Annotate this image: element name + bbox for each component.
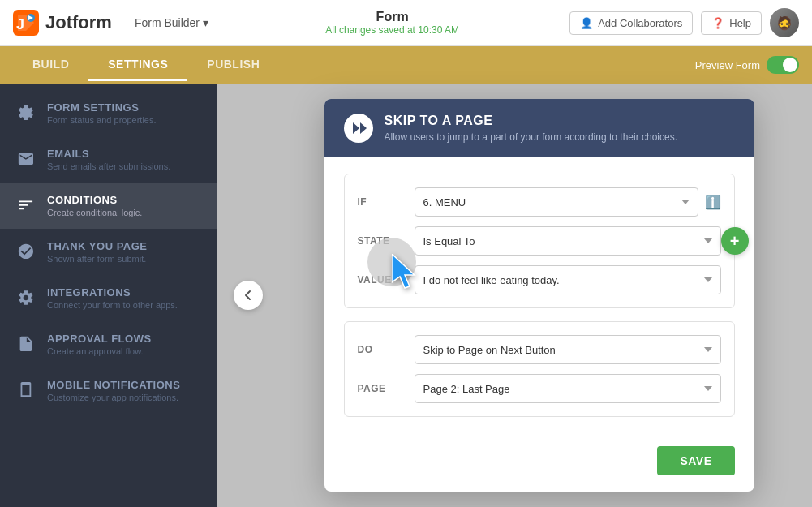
mobile-icon [16, 380, 34, 398]
sidebar-item-integrations-sub: Connect your form to other apps. [47, 300, 178, 310]
add-collaborators-button[interactable]: 👤 Add Collaborators [569, 11, 693, 35]
email-icon [16, 149, 34, 167]
do-select[interactable]: Skip to Page on Next Button [415, 335, 721, 364]
sidebar-item-approval-flows-sub: Create an approval flow. [47, 346, 152, 356]
modal-body: IF 6. MENU ℹ️ STATE Is Equal To [324, 157, 754, 446]
info-icon[interactable]: ℹ️ [705, 195, 721, 210]
form-builder-label: Form Builder [135, 16, 200, 29]
sidebar-item-integrations[interactable]: INTEGRATIONS Connect your form to other … [0, 275, 217, 321]
if-label: IF [358, 196, 415, 208]
sidebar-item-emails-sub: Send emails after submissions. [47, 161, 170, 171]
if-select[interactable]: 6. MENU [415, 187, 698, 217]
value-label: VALUE [358, 274, 415, 286]
sidebar-item-approval-flows-title: APPROVAL FLOWS [47, 333, 152, 345]
modal-header: SKIP TO A PAGE Allow users to jump to a … [324, 99, 754, 157]
conditions-icon [16, 195, 34, 213]
tab-publish[interactable]: PUBLISH [187, 49, 279, 81]
value-select[interactable]: I do not feel like eating today. [415, 265, 721, 294]
tab-build[interactable]: BUILD [13, 49, 88, 81]
sidebar-item-emails-title: EMAILS [47, 148, 170, 160]
avatar[interactable]: 🧔 [770, 8, 799, 37]
gear-icon [16, 103, 34, 121]
sidebar-item-integrations-title: INTEGRATIONS [47, 286, 178, 299]
sidebar-item-form-settings[interactable]: FORM SETTINGS Form status and properties… [0, 90, 217, 136]
sidebar-item-mobile-notifications[interactable]: MOBILE NOTIFICATIONS Customize your app … [0, 367, 217, 414]
modal-description: Allow users to jump to a part of your fo… [385, 131, 678, 143]
main-layout: FORM SETTINGS Form status and properties… [0, 84, 812, 507]
do-label: DO [358, 344, 415, 355]
preview-toggle[interactable] [767, 56, 799, 74]
header-center: Form All changes saved at 10:30 AM [225, 10, 560, 36]
page-label: PAGE [358, 383, 415, 394]
modal: SKIP TO A PAGE Allow users to jump to a … [324, 99, 754, 492]
skip-page-icon [344, 114, 373, 143]
sidebar-item-conditions[interactable]: CONDITIONS Create conditional logic. [0, 183, 217, 229]
condition-section-wrapper: IF 6. MENU ℹ️ STATE Is Equal To [344, 174, 735, 308]
sidebar-item-mobile-notifications-title: MOBILE NOTIFICATIONS [47, 379, 180, 391]
add-condition-button[interactable]: + [721, 227, 749, 255]
header-right: 👤 Add Collaborators ❓ Help 🧔 [569, 8, 799, 37]
sidebar-item-form-settings-sub: Form status and properties. [47, 115, 157, 125]
jotform-logo-icon: J [13, 10, 39, 36]
sidebar-item-conditions-title: CONDITIONS [47, 194, 142, 206]
form-title: Form [225, 10, 560, 24]
state-label: STATE [358, 235, 415, 247]
sidebar-item-thank-you-title: THANK YOU PAGE [47, 240, 148, 252]
person-icon: 👤 [580, 17, 593, 29]
state-select[interactable]: Is Equal To [415, 226, 721, 256]
question-icon: ❓ [711, 17, 724, 29]
back-button[interactable] [234, 281, 263, 310]
modal-footer: SAVE [324, 446, 754, 492]
logo-area: J Jotform [13, 10, 112, 36]
modal-title: SKIP TO A PAGE [385, 114, 678, 128]
preview-label: Preview Form [695, 59, 760, 71]
sidebar-item-thank-you-sub: Shown after form submit. [47, 254, 148, 264]
do-row: DO Skip to Page on Next Button [358, 335, 721, 364]
approval-icon [16, 334, 34, 352]
svg-text:J: J [16, 16, 24, 32]
help-label: Help [729, 17, 751, 29]
if-state-value-section: IF 6. MENU ℹ️ STATE Is Equal To [344, 174, 735, 308]
add-collaborators-label: Add Collaborators [598, 17, 682, 29]
save-button[interactable]: SAVE [657, 446, 734, 475]
if-row: IF 6. MENU ℹ️ [358, 187, 721, 217]
sidebar-item-conditions-sub: Create conditional logic. [47, 208, 142, 217]
sidebar-item-approval-flows[interactable]: APPROVAL FLOWS Create an approval flow. [0, 321, 217, 367]
value-row: VALUE I do not feel like eating today. [358, 265, 721, 294]
state-row: STATE Is Equal To [358, 226, 721, 256]
page-select[interactable]: Page 2: Last Page [415, 374, 721, 403]
logo-text: Jotform [45, 12, 112, 33]
sidebar: FORM SETTINGS Form status and properties… [0, 84, 217, 507]
sidebar-item-thank-you[interactable]: THANK YOU PAGE Shown after form submit. [0, 229, 217, 275]
sidebar-item-mobile-notifications-sub: Customize your app notifications. [47, 393, 180, 402]
page-row: PAGE Page 2: Last Page [358, 374, 721, 403]
do-page-section: DO Skip to Page on Next Button PAGE Page… [344, 321, 735, 417]
help-button[interactable]: ❓ Help [701, 11, 762, 35]
tab-settings[interactable]: SETTINGS [88, 49, 187, 81]
saved-status: All changes saved at 10:30 AM [225, 24, 560, 36]
header: J Jotform Form Builder ▾ Form All change… [0, 0, 812, 46]
sidebar-item-form-settings-title: FORM SETTINGS [47, 101, 157, 114]
sidebar-item-emails[interactable]: EMAILS Send emails after submissions. [0, 136, 217, 183]
tabbar: BUILD SETTINGS PUBLISH Preview Form [0, 46, 812, 84]
check-circle-icon [16, 242, 34, 260]
integrations-icon [16, 288, 34, 306]
preview-area: Preview Form [695, 56, 799, 74]
chevron-down-icon: ▾ [203, 16, 208, 29]
content-area: SKIP TO A PAGE Allow users to jump to a … [217, 84, 812, 507]
form-builder-button[interactable]: Form Builder ▾ [128, 13, 215, 32]
